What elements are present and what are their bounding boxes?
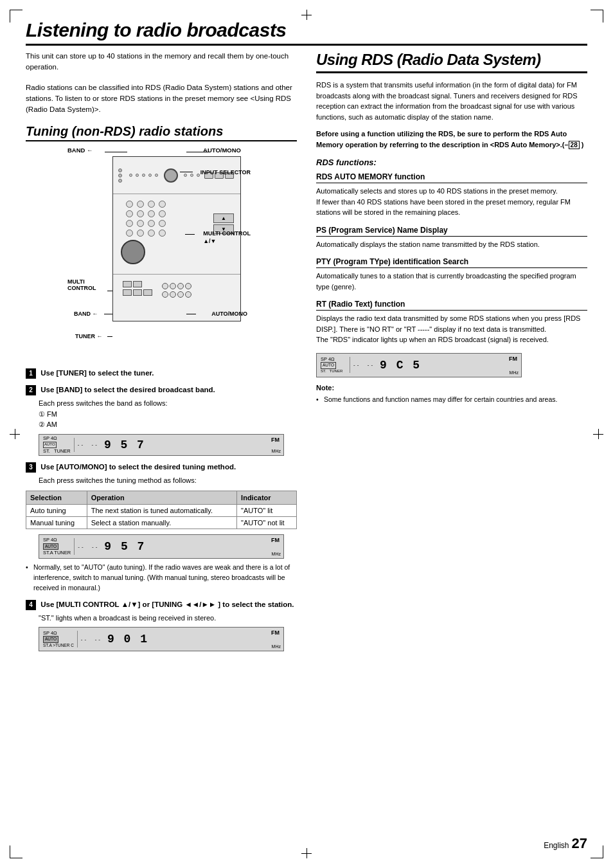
page-title: Listening to radio broadcasts	[26, 19, 587, 46]
dot-sm-2	[136, 174, 139, 177]
preset-grid	[126, 201, 167, 237]
tuner-btn-3	[177, 283, 184, 289]
lcd2-mhz: MHz	[272, 552, 281, 556]
lcd-display-2: SP 4Ω AUTO ST.A TUNER -- -- 9 5 7 FM MHz	[39, 534, 284, 559]
page-footer: English 27	[544, 835, 587, 852]
rds-fn-name-2: PS (Program Service) Name Display	[316, 226, 587, 237]
rds-fn-name-3: PTY (Program TYpe) identification Search	[316, 257, 587, 268]
btn-b4	[143, 289, 152, 296]
device-top-section	[113, 157, 240, 194]
label-band-top: BAND ←	[67, 147, 93, 154]
label-multi-control: MULTI CONTROL	[67, 278, 106, 291]
auto-top-arrow	[186, 152, 209, 152]
rds-fn-desc-1: Automatically selects and stores up to 4…	[316, 186, 587, 218]
rds-intro: RDS is a system that transmits useful in…	[316, 80, 587, 122]
device-center-top	[129, 168, 200, 183]
p12	[159, 220, 166, 227]
p3	[148, 201, 155, 208]
device-diagram: BAND ← AUTO/MONO	[67, 147, 247, 346]
bot-btn-col-2	[162, 283, 191, 318]
step-3-title: 3 Use [AUTO/MONO] to select the desired …	[26, 462, 297, 473]
knob-top	[164, 168, 178, 183]
input-line	[180, 172, 193, 172]
lcd3-fm: FM	[271, 629, 280, 636]
p5	[126, 210, 133, 217]
center-cross-right	[593, 429, 603, 439]
arrow-up-box: ▲	[213, 213, 234, 223]
auto-btn	[133, 281, 142, 287]
p14	[137, 230, 144, 237]
rds-fn-desc-4: Displays the radio text data transmitted…	[316, 313, 587, 345]
dot-sm-5	[155, 174, 158, 177]
dot-sm-7	[190, 174, 193, 177]
tuner-btn-4	[185, 283, 191, 289]
tuner-line	[107, 336, 112, 337]
lcd2-dots: -- --	[78, 544, 99, 550]
rds-lcd-display: SP 4Ω AUTO ST. TUNER -- -- 9 C 5 FM MHz	[316, 353, 522, 377]
device-leds	[118, 168, 122, 183]
p11	[148, 220, 155, 227]
label-mc-arrows: MULTI CONTROL▲/▼	[203, 230, 251, 245]
tuner-row-1	[162, 283, 191, 289]
rds-lcd-dots: -- --	[353, 362, 375, 368]
lcd-display-1: SP 4Ω AUTO ST. TUNER -- -- 9 5 7 FM MHz	[39, 434, 284, 456]
p2	[137, 201, 144, 208]
step-3-number: 3	[26, 462, 36, 473]
band-bot-line	[104, 314, 112, 314]
step-2-number: 2	[26, 385, 36, 395]
p13	[126, 230, 133, 237]
p10	[137, 220, 144, 227]
lcd2-fm: FM	[271, 537, 280, 543]
rds-lcd-fm: FM	[509, 356, 517, 362]
step-4-title: 4 Use [MULTI CONTROL ▲/▼] or [TUNING ◄◄/…	[26, 600, 297, 610]
rds-function-auto-memory: RDS AUTO MEMORY function Automatically s…	[316, 172, 587, 218]
step-3: 3 Use [AUTO/MONO] to select the desired …	[26, 462, 297, 593]
lcd1-left: SP 4Ω AUTO ST. TUNER	[43, 435, 71, 455]
step-2-body: Each press switches the band as follows:…	[39, 398, 297, 430]
lcd2-divider	[74, 538, 75, 555]
lcd1-divider	[74, 438, 75, 452]
step-4-body: "ST." lights when a broadcast is being r…	[39, 613, 297, 624]
note-text: Some functions and function names may di…	[316, 395, 587, 405]
note-auto: Normally, set to "AUTO" (auto tuning). I…	[26, 563, 297, 593]
rds-functions-title: RDS functions:	[316, 158, 587, 167]
table-row-manual: Manual tuning Select a station manually.…	[26, 517, 297, 529]
big-knob	[121, 240, 145, 264]
label-band-bottom: BAND ←	[74, 311, 98, 317]
two-column-layout: This unit can store up to 40 stations in…	[26, 51, 587, 658]
lcd2-left: SP 4Ω AUTO ST.A TUNER	[43, 537, 71, 556]
dot-sm-8	[197, 174, 200, 177]
label-tuner: TUNER ←	[75, 333, 103, 339]
intro-text-1: This unit can store up to 40 stations in…	[26, 51, 297, 73]
btn-b2	[123, 289, 132, 296]
lcd1-segments: 9 5 7	[104, 439, 145, 451]
rds-fn-desc-3: Automatically tunes to a station that is…	[316, 271, 587, 292]
step-1-title: 1 Use [TUNER] to select the tuner.	[26, 368, 297, 379]
dot-sm-6	[184, 174, 187, 177]
center-cross-bottom	[301, 848, 312, 858]
led-3	[118, 179, 122, 183]
lcd-display-3: SP 4Ω AUTO ST.A >TUNER C -- -- 9 0 1 FM …	[39, 627, 284, 651]
center-cross-left	[10, 429, 20, 439]
dot-sm-3	[142, 174, 145, 177]
intro-text-2: Radio stations can be classified into RD…	[26, 82, 297, 116]
section-title-tuning: Tuning (non-RDS) radio stations	[26, 124, 297, 141]
p4	[159, 201, 166, 208]
rds-fn-name-1: RDS AUTO MEMORY function	[316, 172, 587, 183]
rds-function-ps: PS (Program Service) Name Display Automa…	[316, 226, 587, 250]
lcd1-dots: -- --	[78, 442, 99, 448]
lcd3-segments: 9 0 1	[107, 633, 148, 645]
bot-row-2	[123, 289, 152, 296]
page-number: 27	[572, 835, 587, 852]
corner-mark-tr	[591, 10, 603, 23]
p15	[148, 230, 155, 237]
p7	[148, 210, 155, 217]
lcd3-left: SP 4Ω AUTO ST.A >TUNER C	[43, 630, 74, 649]
rds-warning: Before using a function utilizing the RD…	[316, 129, 587, 150]
mc-line	[185, 234, 195, 235]
note-title: Note:	[316, 384, 587, 392]
label-input-selector: INPUT SELECTOR	[200, 169, 251, 176]
lcd2-segments: 9 5 7	[104, 541, 145, 552]
table-header-selection: Selection	[26, 491, 87, 505]
step-3-body: Each press switches the tuning method as…	[39, 475, 297, 486]
